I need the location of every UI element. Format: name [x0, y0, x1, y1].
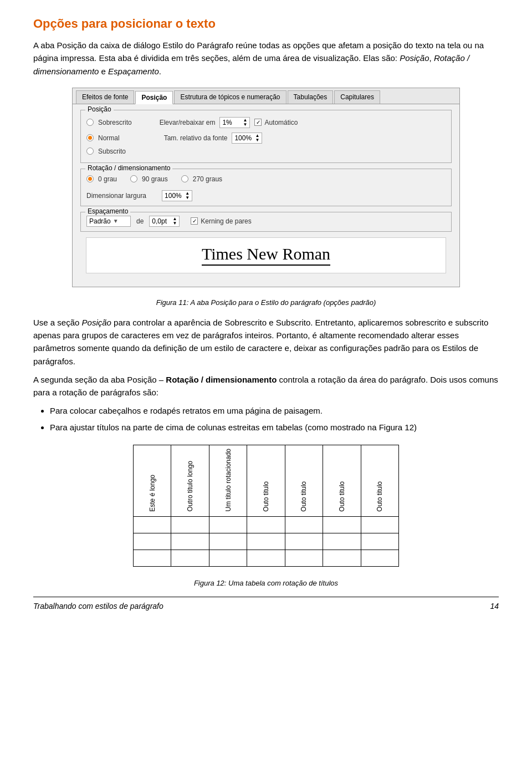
radio-normal-container[interactable]: Normal — [86, 134, 120, 142]
espacamento-select[interactable]: Padrão ▼ — [86, 216, 131, 227]
td-0-2 — [209, 517, 247, 533]
preview-text: Times New Roman — [202, 245, 330, 266]
td-1-1 — [171, 533, 209, 550]
rotated-table-wrap: Este é longo Outro titulo longo Um titul… — [133, 445, 399, 567]
td-0-1 — [171, 517, 209, 533]
dimensionar-label: Dimensionar largura — [86, 192, 146, 200]
dialog-content: Posição Sobrescrito Elevar/rebaixar em 1… — [73, 104, 459, 281]
radio-subscrito-icon — [86, 148, 94, 155]
select-arrow-icon: ▼ — [113, 218, 119, 224]
th-3: Outo titulo — [247, 445, 285, 516]
bullet-item-1: Para colocar cabeçalhos e rodapés retrat… — [50, 404, 499, 417]
radio-sobrescrito-container[interactable]: Sobrescrito — [86, 119, 132, 126]
td-1-5 — [323, 533, 361, 550]
body-paragraph-2: A segunda seção da aba Posição – Rotação… — [33, 373, 499, 399]
td-2-6 — [361, 550, 398, 567]
de-label: de — [136, 217, 144, 225]
radio-270graus-label: 270 graus — [193, 175, 222, 183]
rotacao-radios-row: 0 grau 90 graus 270 graus — [86, 172, 446, 186]
automatico-checkbox[interactable]: ✓ — [254, 119, 262, 126]
kerning-label: Kerning de pares — [201, 217, 251, 225]
td-2-4 — [285, 550, 323, 567]
radio-90graus[interactable]: 90 graus — [130, 175, 168, 183]
td-2-1 — [171, 550, 209, 567]
td-0-3 — [247, 517, 285, 533]
td-1-3 — [247, 533, 285, 550]
section-rotacao-label: Rotação / dimensionamento — [85, 164, 172, 172]
footer-bar: Trabalhando com estilos de parágrafo 14 — [33, 597, 499, 611]
tab-estrutura[interactable]: Estrutura de tópicos e numeração — [174, 90, 286, 104]
elevar-field-group: Elevar/rebaixar em 1% ▲▼ ✓ Automático — [160, 117, 298, 128]
dialog-box: Efeitos de fonte Posição Estrutura de tó… — [72, 88, 460, 287]
td-1-0 — [134, 533, 171, 550]
td-1-4 — [285, 533, 323, 550]
tab-capitulares[interactable]: Capitulares — [334, 90, 380, 104]
radio-270graus[interactable]: 270 graus — [181, 175, 222, 183]
radio-270graus-icon — [181, 175, 188, 182]
radio-0grau-icon — [86, 175, 94, 182]
th-4: Outo titulo — [285, 445, 323, 516]
tam-field-group: Tam. relativo da fonte 100% ▲▼ — [164, 133, 263, 144]
radio-0grau-label: 0 grau — [98, 175, 117, 183]
td-1-6 — [361, 533, 398, 550]
radio-sobrescrito-label: Sobrescrito — [98, 119, 132, 126]
td-0-4 — [285, 517, 323, 533]
tab-efeitos[interactable]: Efeitos de fonte — [76, 90, 134, 104]
automatico-label: Automático — [264, 119, 298, 126]
table-row — [134, 517, 399, 533]
td-2-2 — [209, 550, 247, 567]
th-5: Outo titulo — [323, 445, 361, 516]
footer-page-number: 14 — [490, 602, 499, 611]
tam-arrows[interactable]: ▲▼ — [254, 134, 260, 143]
figure11-caption: Figura 11: A aba Posição para o Estilo d… — [33, 297, 499, 308]
tab-posicao[interactable]: Posição — [135, 91, 173, 104]
dimensionar-row: Dimensionar largura 100% ▲▼ — [86, 190, 446, 201]
body-paragraph-1: Use a seção Posição para controlar a apa… — [33, 316, 499, 368]
radio-sobrescrito-icon — [86, 119, 94, 126]
automatico-checkbox-row: ✓ Automático — [254, 119, 298, 126]
td-2-0 — [134, 550, 171, 567]
rotated-table: Este é longo Outro titulo longo Um titul… — [133, 445, 399, 567]
de-arrows[interactable]: ▲▼ — [171, 217, 178, 226]
th-6: Outo titulo — [361, 445, 398, 516]
footer-left: Trabalhando com estilos de parágrafo — [33, 602, 163, 611]
bullet-item-2: Para ajustar títulos na parte de cima de… — [50, 421, 499, 434]
elevar-arrows[interactable]: ▲▼ — [242, 118, 249, 127]
section-rotacao: Rotação / dimensionamento 0 grau 90 grau… — [80, 169, 452, 206]
espacamento-row: Padrão ▼ de 0,0pt ▲▼ ✓ Kerning de pares — [86, 216, 446, 227]
radio-subscrito-container[interactable]: Subscrito — [86, 148, 446, 155]
tam-label: Tam. relativo da fonte — [164, 134, 228, 142]
th-0: Este é longo — [134, 445, 171, 516]
table-row — [134, 533, 399, 550]
tam-spinner[interactable]: 100% ▲▼ — [232, 133, 262, 144]
radio-normal-label: Normal — [98, 134, 120, 142]
elevar-label: Elevar/rebaixar em — [160, 119, 216, 126]
dimensionar-arrows[interactable]: ▲▼ — [184, 191, 191, 200]
preview-area: Times New Roman — [86, 237, 446, 273]
td-2-3 — [247, 550, 285, 567]
section-espacamento: Espaçamento Padrão ▼ de 0,0pt ▲▼ ✓ Kerni… — [80, 212, 452, 232]
th-2: Um titulo rotacionado — [209, 445, 247, 516]
radio-0grau[interactable]: 0 grau — [86, 175, 117, 183]
section-espacamento-label: Espaçamento — [85, 207, 130, 215]
elevar-spinner[interactable]: 1% ▲▼ — [219, 117, 250, 128]
td-2-5 — [323, 550, 361, 567]
radio-normal-icon — [86, 134, 94, 141]
td-1-2 — [209, 533, 247, 550]
dimensionar-spinner[interactable]: 100% ▲▼ — [162, 190, 192, 201]
de-spinner[interactable]: 0,0pt ▲▼ — [149, 216, 180, 227]
bullet-list: Para colocar cabeçalhos e rodapés retrat… — [50, 404, 499, 434]
intro-paragraph: A aba Posição da caixa de diálogo Estilo… — [33, 39, 499, 78]
table-header-row: Este é longo Outro titulo longo Um titul… — [134, 445, 399, 516]
th-1: Outro titulo longo — [171, 445, 209, 516]
td-0-5 — [323, 517, 361, 533]
kerning-checkbox[interactable]: ✓ — [191, 217, 198, 225]
td-0-0 — [134, 517, 171, 533]
tab-tabulacoes[interactable]: Tabulações — [288, 90, 334, 104]
radio-90graus-label: 90 graus — [142, 175, 168, 183]
kerning-checkbox-row: ✓ Kerning de pares — [191, 217, 251, 225]
section-posicao: Posição Sobrescrito Elevar/rebaixar em 1… — [80, 110, 452, 163]
radio-sobrescrito-row: Sobrescrito Elevar/rebaixar em 1% ▲▼ ✓ A… — [86, 116, 446, 129]
page-title: Opções para posicionar o texto — [33, 17, 499, 31]
radio-subscrito-label: Subscrito — [98, 148, 126, 155]
